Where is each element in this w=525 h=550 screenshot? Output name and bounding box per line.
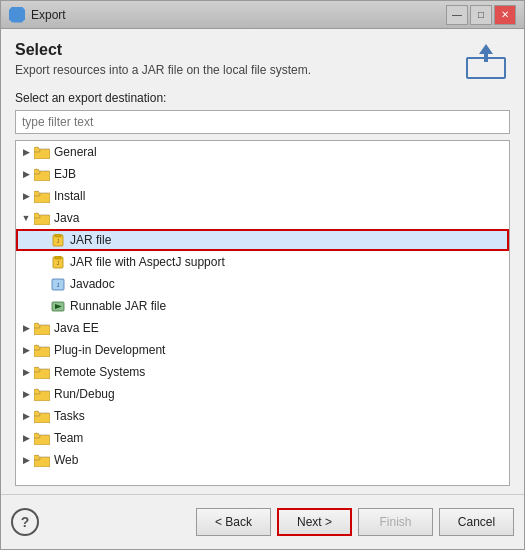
export-icon xyxy=(462,41,510,81)
cancel-button[interactable]: Cancel xyxy=(439,508,514,536)
tree-item-remote-systems[interactable]: Remote Systems xyxy=(16,361,509,383)
dialog-description: Export resources into a JAR file on the … xyxy=(15,63,311,77)
svg-rect-18 xyxy=(55,234,61,237)
tree-item-run-debug[interactable]: Run/Debug xyxy=(16,383,509,405)
svg-rect-21 xyxy=(55,256,61,259)
runnable-icon xyxy=(50,300,66,313)
svg-rect-2 xyxy=(484,54,488,62)
folder-icon xyxy=(34,212,50,225)
window-controls: — □ ✕ xyxy=(446,5,516,25)
tree-label-runnable-jar: Runnable JAR file xyxy=(70,299,166,313)
tree-arrow-general[interactable] xyxy=(20,146,32,158)
tree-arrow-tasks[interactable] xyxy=(20,410,32,422)
folder-icon xyxy=(34,168,50,181)
next-button[interactable]: Next > xyxy=(277,508,352,536)
tree-label-plugin-dev: Plug-in Development xyxy=(54,343,165,357)
folder-icon xyxy=(34,322,50,335)
export-window: Export — □ ✕ Select Export resources int… xyxy=(0,0,525,550)
tree-item-jar-file[interactable]: J JAR file xyxy=(16,229,509,251)
folder-icon xyxy=(34,366,50,379)
minimize-button[interactable]: — xyxy=(446,5,468,25)
tree-label-java: Java xyxy=(54,211,79,225)
folder-icon xyxy=(34,344,50,357)
tree-item-javadoc[interactable]: J Javadoc xyxy=(16,273,509,295)
svg-marker-1 xyxy=(479,44,493,54)
tree-label-remote-systems: Remote Systems xyxy=(54,365,145,379)
tree-label-web: Web xyxy=(54,453,78,467)
tree-label-general: General xyxy=(54,145,97,159)
folder-icon xyxy=(34,146,50,159)
tree-arrow-install[interactable] xyxy=(20,190,32,202)
folder-icon xyxy=(34,454,50,467)
tree-item-install[interactable]: Install xyxy=(16,185,509,207)
tree-item-ejb[interactable]: EJB xyxy=(16,163,509,185)
tree-arrow-ejb[interactable] xyxy=(20,168,32,180)
tree-label-tasks: Tasks xyxy=(54,409,85,423)
footer: ? < Back Next > Finish Cancel xyxy=(1,494,524,549)
tree-arrow-team[interactable] xyxy=(20,432,32,444)
header-text: Select Export resources into a JAR file … xyxy=(15,41,311,77)
tree-item-java[interactable]: Java xyxy=(16,207,509,229)
filter-input[interactable] xyxy=(15,110,510,134)
tree-arrow-java[interactable] xyxy=(20,212,32,224)
tree-arrow-remote-systems[interactable] xyxy=(20,366,32,378)
header-area: Select Export resources into a JAR file … xyxy=(15,41,510,81)
window-title: Export xyxy=(31,8,446,22)
tree-item-java-ee[interactable]: Java EE xyxy=(16,317,509,339)
filter-label: Select an export destination: xyxy=(15,91,510,105)
tree-arrow-java-ee[interactable] xyxy=(20,322,32,334)
tree-item-web[interactable]: Web xyxy=(16,449,509,471)
jar-icon: J xyxy=(50,234,66,247)
folder-icon xyxy=(34,432,50,445)
tree-item-jar-aspectj[interactable]: J JAR file with AspectJ support xyxy=(16,251,509,273)
folder-icon xyxy=(34,190,50,203)
back-button[interactable]: < Back xyxy=(196,508,271,536)
tree-label-jar-file: JAR file xyxy=(70,233,111,247)
folder-icon xyxy=(34,388,50,401)
help-button[interactable]: ? xyxy=(11,508,39,536)
maximize-button[interactable]: □ xyxy=(470,5,492,25)
tree-item-general[interactable]: General xyxy=(16,141,509,163)
window-icon xyxy=(9,7,25,23)
tree-container[interactable]: General EJB Install Java J JAR file J JA… xyxy=(15,140,510,486)
finish-button[interactable]: Finish xyxy=(358,508,433,536)
tree-item-plugin-dev[interactable]: Plug-in Development xyxy=(16,339,509,361)
tree-arrow-run-debug[interactable] xyxy=(20,388,32,400)
title-bar: Export — □ ✕ xyxy=(1,1,524,29)
tree-item-runnable-jar[interactable]: Runnable JAR file xyxy=(16,295,509,317)
tree-label-javadoc: Javadoc xyxy=(70,277,115,291)
tree-item-team[interactable]: Team xyxy=(16,427,509,449)
javadoc-icon: J xyxy=(50,278,66,291)
tree-arrow-web[interactable] xyxy=(20,454,32,466)
close-button[interactable]: ✕ xyxy=(494,5,516,25)
tree-label-run-debug: Run/Debug xyxy=(54,387,115,401)
tree-label-jar-aspectj: JAR file with AspectJ support xyxy=(70,255,225,269)
tree-label-java-ee: Java EE xyxy=(54,321,99,335)
tree-arrow-plugin-dev[interactable] xyxy=(20,344,32,356)
dialog-title: Select xyxy=(15,41,311,59)
dialog-content: Select Export resources into a JAR file … xyxy=(1,29,524,494)
tree-label-team: Team xyxy=(54,431,83,445)
folder-icon xyxy=(34,410,50,423)
jar-icon: J xyxy=(50,256,66,269)
tree-item-tasks[interactable]: Tasks xyxy=(16,405,509,427)
footer-buttons: < Back Next > Finish Cancel xyxy=(39,508,514,536)
tree-label-ejb: EJB xyxy=(54,167,76,181)
tree-label-install: Install xyxy=(54,189,85,203)
